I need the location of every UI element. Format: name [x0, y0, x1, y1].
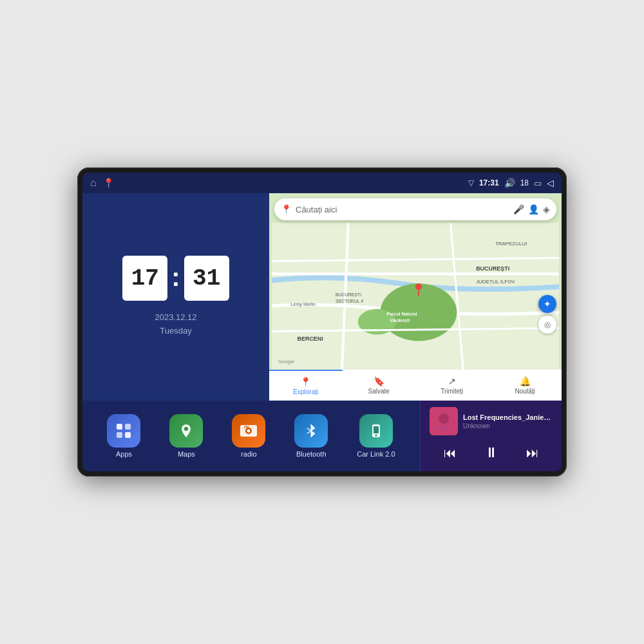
layers-icon[interactable]: ◈: [543, 204, 550, 214]
maps-status-icon[interactable]: 📍: [103, 178, 114, 188]
status-bar: ⌂ 📍 ▽ 17:31 🔊 18 ▭ ◁: [82, 173, 562, 193]
svg-text:Parcul Natural: Parcul Natural: [386, 312, 417, 316]
apps-grid-icon: [115, 422, 133, 440]
news-label: Noutăți: [515, 388, 535, 395]
volume-icon[interactable]: 🔊: [504, 178, 515, 188]
carlink-icon: [359, 414, 393, 448]
svg-point-31: [375, 435, 377, 437]
svg-rect-22: [117, 432, 122, 438]
svg-point-33: [439, 413, 449, 424]
svg-text:Leroy Merlin: Leroy Merlin: [291, 302, 316, 307]
app-maps[interactable]: Maps: [169, 414, 203, 458]
home-icon[interactable]: ⌂: [90, 177, 97, 189]
map-tab-explore[interactable]: 📍 Explorați: [269, 370, 343, 401]
svg-rect-23: [125, 432, 131, 438]
clock-colon: :: [171, 263, 180, 292]
prev-button[interactable]: ⏮: [439, 443, 462, 463]
device-screen: ⌂ 📍 ▽ 17:31 🔊 18 ▭ ◁ 17: [82, 173, 562, 471]
radio-label: radio: [241, 450, 256, 458]
status-time: 17:31: [479, 178, 499, 187]
music-artist: Unknown: [463, 422, 553, 430]
map-pin-icon: 📍: [281, 204, 292, 214]
map-content: BUCUREȘTI JUDEȚUL ILFOV BERCENI TRAPEZUL…: [269, 223, 562, 370]
car-stereo-device: ⌂ 📍 ▽ 17:31 🔊 18 ▭ ◁ 17: [77, 167, 567, 477]
status-right: ▽ 17:31 🔊 18 ▭ ◁: [468, 178, 554, 188]
map-search-input[interactable]: Căutați aici: [296, 205, 509, 214]
explore-icon: 📍: [300, 377, 311, 387]
app-bluetooth[interactable]: Bluetooth: [294, 414, 328, 458]
svg-text:FM: FM: [244, 425, 249, 429]
status-left: ⌂ 📍: [90, 177, 114, 189]
bluetooth-label: Bluetooth: [296, 450, 326, 458]
map-panel[interactable]: 📍 Căutați aici 🎤 👤 ◈: [269, 193, 562, 401]
battery-icon: ▭: [534, 178, 542, 188]
map-tab-share[interactable]: ↗ Trimiteți: [415, 370, 489, 401]
signal-level: 18: [520, 178, 529, 187]
saved-icon: 🔖: [374, 376, 384, 386]
map-tab-saved[interactable]: 🔖 Salvate: [343, 370, 416, 401]
music-title: Lost Frequencies_Janieck Devy-...: [463, 413, 553, 421]
mic-icon[interactable]: 🎤: [513, 204, 524, 214]
map-svg: BUCUREȘTI JUDEȚUL ILFOV BERCENI TRAPEZUL…: [269, 223, 562, 370]
maps-icon: [169, 414, 203, 448]
app-carlink[interactable]: Car Link 2.0: [357, 414, 395, 458]
svg-text:BUCUREȘTI: BUCUREȘTI: [476, 265, 509, 272]
maps-label: Maps: [178, 450, 195, 458]
svg-text:Văcărești: Văcărești: [390, 318, 410, 323]
carlink-label: Car Link 2.0: [357, 450, 395, 458]
svg-text:SECTORUL 4: SECTORUL 4: [336, 299, 363, 303]
account-icon[interactable]: 👤: [528, 204, 539, 214]
album-art-svg: [430, 407, 458, 435]
svg-rect-30: [374, 426, 379, 433]
play-pause-button[interactable]: ⏸: [479, 442, 504, 464]
map-search-icons: 🎤 👤 ◈: [513, 204, 550, 214]
svg-text:JUDEȚUL ILFOV: JUDEȚUL ILFOV: [476, 279, 515, 285]
bluetooth-symbol-icon: [302, 422, 320, 440]
explore-label: Explorați: [293, 388, 318, 395]
next-button[interactable]: ⏭: [521, 443, 544, 463]
saved-label: Salvate: [368, 388, 390, 395]
news-icon: 🔔: [520, 376, 531, 386]
music-player: Lost Frequencies_Janieck Devy-... Unknow…: [420, 401, 562, 471]
clock-panel: 17 : 31 2023.12.12 Tuesday: [82, 193, 269, 401]
svg-point-24: [184, 427, 188, 431]
app-radio[interactable]: FM radio: [232, 414, 265, 458]
map-search-bar[interactable]: 📍 Căutați aici 🎤 👤 ◈: [274, 198, 556, 220]
svg-rect-20: [117, 424, 122, 430]
music-info: Lost Frequencies_Janieck Devy-... Unknow…: [463, 413, 553, 430]
signal-icon: ▽: [468, 178, 474, 187]
svg-text:BUCUREȘTI: BUCUREȘTI: [336, 292, 361, 298]
compass-button[interactable]: ◎: [538, 316, 556, 334]
apps-label: Apps: [116, 450, 132, 458]
map-bottom-bar: 📍 Explorați 🔖 Salvate ↗ Trimiteți 🔔: [269, 370, 562, 401]
bluetooth-icon: [294, 414, 328, 448]
locate-button[interactable]: ✦: [538, 295, 556, 313]
bottom-section: Apps Maps: [82, 401, 562, 471]
svg-text:BERCENI: BERCENI: [298, 336, 323, 342]
carlink-phone-icon: [367, 422, 385, 440]
svg-point-27: [247, 430, 251, 433]
music-top: Lost Frequencies_Janieck Devy-... Unknow…: [430, 407, 553, 435]
clock-hours: 17: [122, 256, 167, 301]
main-content: 17 : 31 2023.12.12 Tuesday 📍 Căutați aic…: [82, 193, 562, 471]
radio-icon: FM: [232, 414, 265, 448]
svg-rect-21: [125, 424, 131, 430]
apps-row: Apps Maps: [82, 401, 420, 471]
map-tab-news[interactable]: 🔔 Noutăți: [489, 370, 562, 401]
app-apps[interactable]: Apps: [107, 414, 140, 458]
svg-text:Google: Google: [278, 359, 295, 365]
clock-minutes: 31: [184, 256, 229, 301]
back-button[interactable]: ◁: [547, 178, 554, 188]
svg-text:TRAPEZULUI: TRAPEZULUI: [495, 241, 527, 247]
top-section: 17 : 31 2023.12.12 Tuesday 📍 Căutați aic…: [82, 193, 562, 401]
share-label: Trimiteți: [440, 388, 463, 395]
maps-pin-icon: [177, 422, 195, 440]
album-art: [430, 407, 458, 435]
apps-icon: [107, 414, 140, 448]
radio-fm-icon: FM: [238, 420, 260, 442]
music-controls: ⏮ ⏸ ⏭: [430, 442, 553, 464]
share-icon: ↗: [448, 376, 456, 386]
clock-display: 17 : 31: [122, 256, 229, 301]
clock-date: 2023.12.12 Tuesday: [155, 311, 196, 338]
